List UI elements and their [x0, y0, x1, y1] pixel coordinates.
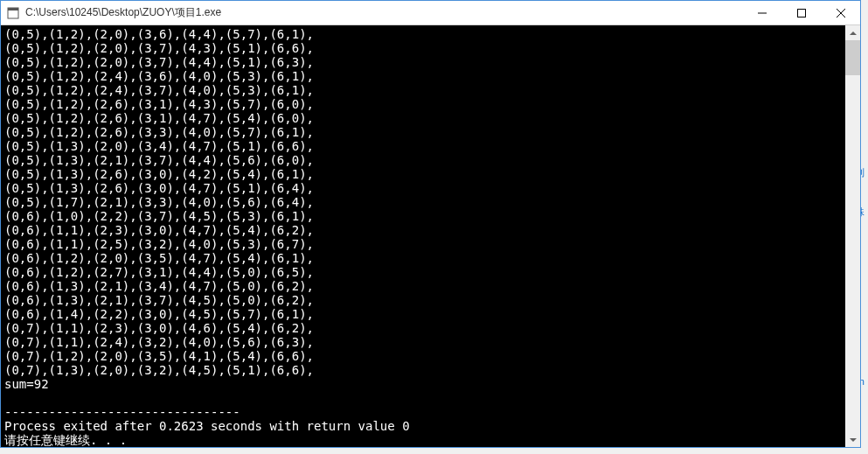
scroll-track[interactable] [845, 40, 860, 432]
console-output[interactable]: (0,5),(1,2),(2,0),(3,6),(4,4),(5,7),(6,1… [1, 25, 845, 447]
app-icon [6, 6, 20, 20]
maximize-icon [797, 9, 806, 17]
scroll-thumb[interactable] [845, 40, 860, 75]
scroll-up-button[interactable] [845, 25, 860, 40]
scroll-down-button[interactable] [845, 432, 860, 447]
svg-marker-6 [850, 31, 857, 35]
close-icon [837, 9, 845, 17]
chevron-down-icon [850, 437, 857, 444]
close-button[interactable] [821, 1, 860, 25]
window-controls [742, 1, 860, 24]
console-window: C:\Users\10245\Desktop\ZUOY\项目1.exe (0,5… [0, 0, 861, 448]
svg-marker-7 [850, 438, 857, 442]
chevron-up-icon [850, 30, 857, 37]
window-title: C:\Users\10245\Desktop\ZUOY\项目1.exe [25, 5, 742, 20]
console-area: (0,5),(1,2),(2,0),(3,6),(4,4),(5,7),(6,1… [1, 25, 860, 447]
minimize-button[interactable] [742, 1, 781, 25]
svg-rect-3 [797, 10, 805, 17]
maximize-button[interactable] [781, 1, 821, 25]
vertical-scrollbar[interactable] [845, 25, 860, 447]
titlebar[interactable]: C:\Users\10245\Desktop\ZUOY\项目1.exe [1, 1, 860, 25]
minimize-icon [758, 9, 767, 17]
svg-rect-1 [8, 8, 18, 10]
